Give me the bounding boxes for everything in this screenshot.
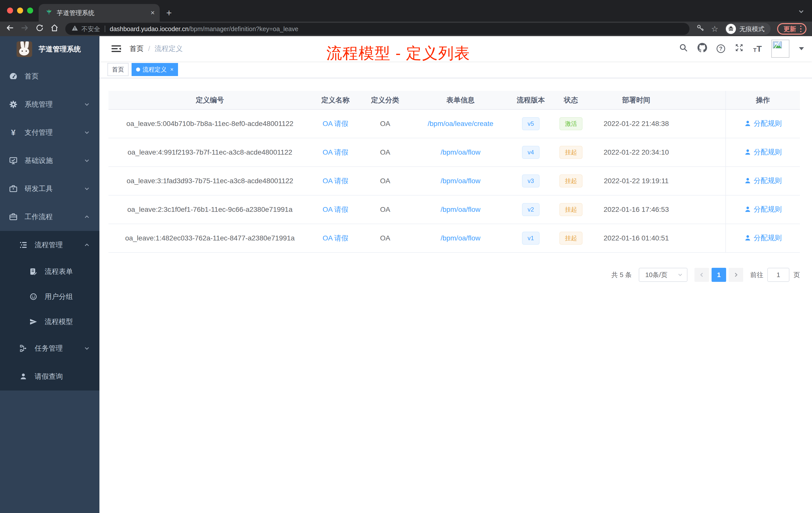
main-area: 首页 / 流程定义 ? TT xyxy=(99,36,812,513)
update-label[interactable]: 更新 xyxy=(784,25,796,33)
url-text[interactable]: dashboard.yudao.iocoder.cn/bpm/manager/d… xyxy=(110,25,298,33)
breadcrumb: 首页 / 流程定义 xyxy=(129,44,183,54)
tab-close-icon[interactable]: × xyxy=(151,9,155,16)
browser-update-button[interactable]: 更新 xyxy=(777,23,807,35)
tag-process-definition[interactable]: 流程定义 × xyxy=(132,63,178,76)
window-controls[interactable] xyxy=(7,7,33,13)
dashboard-icon xyxy=(9,72,18,81)
fullscreen-icon[interactable] xyxy=(735,43,744,54)
version-badge: v1 xyxy=(522,232,539,245)
assign-rule-button[interactable]: 分配规则 xyxy=(744,233,782,243)
goto-page: 前往 页 xyxy=(750,268,800,282)
col-spacer xyxy=(682,91,726,110)
browser-menu-icon[interactable] xyxy=(800,26,802,32)
form-link[interactable]: /bpm/oa/flow xyxy=(441,234,481,242)
toolbox-icon xyxy=(9,184,18,193)
sidebar-item-task-management[interactable]: 任务管理 xyxy=(0,334,99,362)
workflow-submenu: 流程管理 流程表单 用户分组 xyxy=(0,231,99,391)
home-button[interactable] xyxy=(50,24,59,34)
assign-rule-button[interactable]: 分配规则 xyxy=(744,147,782,157)
form-link[interactable]: /bpm/oa/leave/create xyxy=(428,120,493,127)
sidebar-item-dev-tools[interactable]: 研发工具 xyxy=(0,175,99,203)
address-bar[interactable]: 不安全 dashboard.yudao.iocoder.cn/bpm/manag… xyxy=(65,23,690,35)
assign-rule-button[interactable]: 分配规则 xyxy=(744,205,782,214)
reload-button[interactable] xyxy=(36,24,44,34)
tab-title: 芋道管理系统 xyxy=(57,9,151,17)
col-form-info: 表单信息 xyxy=(411,91,510,110)
sidebar-item-user-group[interactable]: 用户分组 xyxy=(0,284,99,309)
cell-definition-id: oa_leave:2:3c1f0ef1-76b1-11ec-9c66-a2380… xyxy=(109,195,311,224)
avatar[interactable] xyxy=(771,40,789,58)
search-icon[interactable] xyxy=(679,43,688,54)
sidebar-item-system[interactable]: 系统管理 xyxy=(0,90,99,118)
next-page-button[interactable] xyxy=(729,268,743,282)
incognito-icon xyxy=(726,24,736,34)
bookmark-star-icon[interactable]: ☆ xyxy=(711,25,718,33)
sidebar-item-payment[interactable]: ¥ 支付管理 xyxy=(0,118,99,147)
active-tag-dot xyxy=(136,67,140,71)
chevron-down-icon xyxy=(84,129,90,135)
cell-definition-id: oa_leave:3:1fad3d93-7b75-11ec-a3c8-acde4… xyxy=(109,167,311,195)
browser-tab[interactable]: 芋道管理系统 × xyxy=(39,4,160,22)
security-label[interactable]: 不安全 xyxy=(81,25,100,33)
chevron-down-icon xyxy=(84,186,90,192)
sidebar-item-infrastructure[interactable]: 基础设施 xyxy=(0,147,99,175)
sidebar-collapse-icon[interactable] xyxy=(112,44,121,53)
avatar-caret-icon[interactable] xyxy=(799,47,804,50)
monitor-icon xyxy=(9,156,18,165)
form-link[interactable]: /bpm/oa/flow xyxy=(441,177,481,185)
status-badge: 挂起 xyxy=(559,232,582,245)
assign-rule-button[interactable]: 分配规则 xyxy=(744,176,782,185)
form-link[interactable]: /bpm/oa/flow xyxy=(441,206,481,213)
goto-page-input[interactable] xyxy=(767,268,789,282)
github-icon[interactable] xyxy=(697,43,707,55)
window-minimize-button[interactable] xyxy=(17,7,23,13)
sidebar-item-process-form[interactable]: 流程表单 xyxy=(0,259,99,284)
back-button[interactable] xyxy=(5,24,14,34)
help-icon[interactable]: ? xyxy=(717,44,725,53)
cell-category: OA xyxy=(359,167,411,195)
annotation-title: 流程模型 - 定义列表 xyxy=(326,43,470,64)
not-secure-warning-icon[interactable] xyxy=(71,25,78,33)
page-number-button[interactable]: 1 xyxy=(712,268,726,282)
assign-rule-button[interactable]: 分配规则 xyxy=(744,119,782,128)
sidebar-item-leave-query[interactable]: 请假查询 xyxy=(0,362,99,391)
tag-home[interactable]: 首页 xyxy=(108,63,128,76)
user-icon xyxy=(19,372,28,381)
definition-name-link[interactable]: OA 请假 xyxy=(323,234,348,242)
password-key-icon[interactable] xyxy=(696,24,704,34)
logo-avatar xyxy=(17,41,32,57)
version-badge: v4 xyxy=(522,146,539,159)
sidebar-item-process-model[interactable]: 流程模型 xyxy=(0,309,99,334)
cell-category: OA xyxy=(359,110,411,138)
cell-deploy-time: 2022-01-22 21:48:38 xyxy=(590,110,682,138)
sidebar-logo[interactable]: 芋道管理系统 xyxy=(0,36,99,62)
sidebar-item-home[interactable]: 首页 xyxy=(0,62,99,90)
breadcrumb-home[interactable]: 首页 xyxy=(129,44,144,54)
tag-close-icon[interactable]: × xyxy=(170,67,174,72)
definition-name-link[interactable]: OA 请假 xyxy=(323,206,348,213)
window-maximize-button[interactable] xyxy=(27,7,33,13)
page-size-select[interactable]: 10条/页 xyxy=(639,268,688,282)
new-tab-button[interactable]: + xyxy=(166,4,172,22)
tab-search-chevron-icon[interactable] xyxy=(798,7,805,17)
favicon-plant-icon xyxy=(45,8,53,18)
col-actions: 操作 xyxy=(726,91,800,110)
chevron-down-icon xyxy=(84,345,90,351)
sidebar-item-workflow[interactable]: 工作流程 xyxy=(0,203,99,231)
pager: 1 xyxy=(695,268,743,282)
cell-deploy-time: 2022-01-22 20:34:10 xyxy=(590,138,682,167)
form-link[interactable]: /bpm/oa/flow xyxy=(441,148,481,156)
prev-page-button[interactable] xyxy=(695,268,709,282)
version-badge: v3 xyxy=(522,175,539,187)
definition-name-link[interactable]: OA 请假 xyxy=(323,177,348,185)
font-size-icon[interactable]: TT xyxy=(753,44,762,53)
definition-name-link[interactable]: OA 请假 xyxy=(323,148,348,156)
sidebar-item-process-management[interactable]: 流程管理 xyxy=(0,231,99,259)
definition-name-link[interactable]: OA 请假 xyxy=(323,120,348,127)
page-unit-label: 页 xyxy=(793,271,800,279)
robot-icon xyxy=(29,292,38,301)
forward-button[interactable] xyxy=(21,24,29,34)
window-close-button[interactable] xyxy=(7,7,13,13)
col-deploy-time: 部署时间 xyxy=(590,91,682,110)
